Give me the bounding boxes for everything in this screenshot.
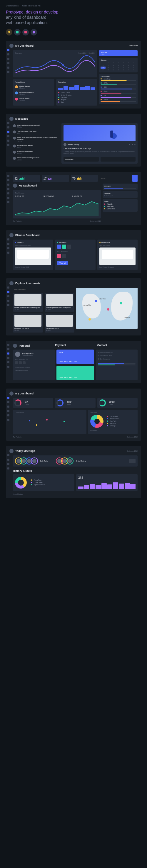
sidebar-item[interactable] — [7, 410, 9, 412]
sidebar-item[interactable] — [7, 71, 9, 73]
sidebar-item[interactable] — [7, 286, 9, 288]
figma-icon[interactable] — [30, 29, 37, 35]
profile-avatar[interactable] — [15, 351, 20, 357]
sidebar-item[interactable] — [7, 304, 9, 306]
msg-avatar[interactable] — [13, 157, 16, 160]
sidebar-item[interactable] — [7, 140, 9, 142]
apartment-image[interactable] — [46, 294, 73, 306]
meeting-slot[interactable] — [62, 254, 66, 258]
sidebar-item[interactable] — [7, 62, 9, 64]
sidebar-item[interactable] — [7, 397, 9, 399]
sidebar-item[interactable] — [7, 53, 9, 55]
user-avatar[interactable] — [15, 92, 18, 94]
meeting-slot[interactable] — [57, 245, 61, 249]
sidebar-item[interactable] — [7, 126, 9, 128]
user-avatar[interactable] — [15, 85, 18, 88]
sidebar-item[interactable] — [7, 184, 9, 186]
sidebar-item[interactable] — [7, 179, 9, 181]
credit-card[interactable]: VISA 1403 9823 8832 0091 — [56, 349, 94, 364]
sidebar-item[interactable] — [7, 366, 9, 368]
date-label[interactable]: September 2019 — [127, 450, 138, 452]
sidebar-item[interactable] — [7, 131, 9, 133]
msg-avatar[interactable] — [13, 137, 16, 140]
apartment-image[interactable] — [15, 294, 42, 306]
avatar[interactable] — [13, 184, 17, 188]
sidebar-item[interactable] — [7, 243, 9, 245]
map-pin[interactable] — [107, 308, 109, 311]
sidebar-item[interactable] — [7, 67, 9, 69]
msg-avatar[interactable] — [13, 151, 16, 154]
world-map[interactable] — [15, 415, 84, 432]
msg-avatar[interactable] — [13, 124, 16, 127]
sidebar-item[interactable] — [7, 295, 9, 297]
note-row[interactable]: System Notes — Billing — [15, 367, 53, 368]
sidebar-item[interactable] — [7, 361, 9, 363]
sidebar-item[interactable] — [7, 144, 9, 146]
sidebar-item[interactable] — [7, 252, 9, 254]
xd-icon[interactable] — [14, 29, 21, 35]
date-range[interactable]: August 2019 — Sept 2019 — [78, 52, 96, 54]
sidebar-item[interactable] — [7, 419, 9, 421]
sidebar-item[interactable] — [7, 406, 9, 408]
social-icon[interactable] — [19, 361, 22, 364]
apartment-image[interactable] — [15, 315, 42, 327]
sidebar-item[interactable] — [7, 401, 9, 403]
sidebar-item[interactable] — [7, 49, 9, 51]
calendar-grid[interactable]: 1234567891011121314151617181920212223242… — [101, 62, 136, 71]
map[interactable]: New York Jersey City Brooklyn — [76, 288, 138, 329]
msg-avatar[interactable] — [13, 145, 16, 148]
invision-icon[interactable] — [22, 29, 29, 35]
search-input[interactable] — [13, 288, 74, 291]
messages-widget[interactable]: Messages — [103, 184, 138, 190]
map-pin[interactable] — [89, 318, 91, 320]
my-cart-card[interactable]: My Cart 3 items — [99, 50, 138, 56]
sidebar-item[interactable] — [7, 348, 9, 350]
twitter[interactable]: @andrewgarcia — [100, 358, 110, 360]
meeting-slot[interactable] — [67, 245, 71, 249]
meeting-avatar[interactable] — [31, 458, 38, 465]
business-card[interactable]: My Business — [64, 157, 98, 162]
search-input[interactable] — [100, 175, 130, 182]
msg-avatar[interactable] — [13, 130, 16, 133]
sidebar-item[interactable] — [7, 357, 9, 359]
avatar[interactable] — [9, 117, 14, 121]
sidebar-item[interactable] — [7, 192, 9, 194]
messages-label[interactable]: Messages — [90, 430, 136, 431]
stat-card[interactable] — [101, 157, 136, 162]
sidebar-item[interactable] — [7, 247, 9, 249]
sidebar-item[interactable] — [7, 467, 9, 469]
date-label[interactable]: September 2019 — [90, 220, 101, 222]
project-preview[interactable] — [99, 248, 136, 265]
sidebar-item[interactable] — [7, 454, 9, 456]
credit-card[interactable]: 1403 9823 8832 0091 — [56, 366, 94, 380]
sidebar-item[interactable] — [7, 352, 9, 354]
user-avatar[interactable] — [15, 98, 18, 101]
payments-widget[interactable]: PaymentsPending Deposits — [103, 191, 138, 198]
project-preview[interactable] — [15, 248, 51, 265]
sketch-icon[interactable] — [6, 29, 13, 35]
view-all-button[interactable]: View all — [57, 261, 68, 265]
social-icon[interactable] — [23, 361, 26, 364]
date-label[interactable]: September 2019 — [127, 436, 138, 438]
sidebar-item[interactable] — [7, 459, 9, 461]
sidebar-item[interactable] — [7, 414, 9, 416]
meeting-avatar[interactable] — [67, 458, 74, 465]
sidebar-item[interactable] — [7, 197, 9, 199]
sidebar-item[interactable] — [7, 463, 9, 465]
meeting-slot[interactable] — [57, 254, 61, 258]
map-pin[interactable] — [95, 300, 97, 302]
social-icon[interactable] — [15, 361, 18, 364]
email[interactable]: hello@example.com — [99, 351, 113, 353]
avatar[interactable] — [9, 392, 14, 396]
sidebar-item[interactable] — [7, 239, 9, 241]
sidebar-item[interactable] — [7, 344, 9, 346]
phone[interactable]: +049 483 291 8830 — [99, 355, 112, 356]
add-button[interactable]: + — [132, 175, 138, 182]
sidebar-item[interactable] — [7, 188, 9, 190]
sidebar-item[interactable] — [7, 122, 9, 124]
apartment-image[interactable] — [46, 315, 73, 327]
sidebar-item[interactable] — [7, 175, 9, 177]
avatar[interactable] — [9, 449, 14, 453]
sidebar-item[interactable] — [7, 201, 9, 203]
sidebar-item[interactable] — [7, 58, 9, 60]
